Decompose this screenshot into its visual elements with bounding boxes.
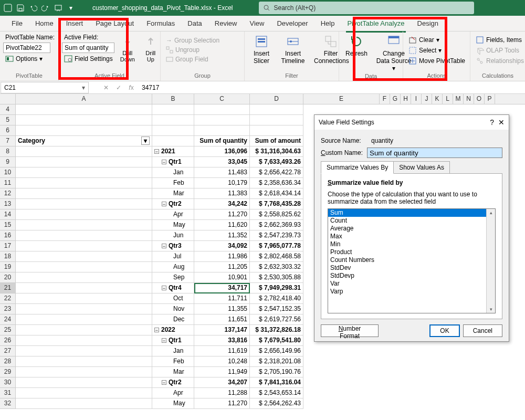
pivot-row-label[interactable]: Mar bbox=[152, 367, 194, 377]
row-header[interactable]: 28 bbox=[0, 356, 16, 367]
cell[interactable] bbox=[16, 157, 152, 167]
pivot-row-label[interactable]: Mar bbox=[152, 188, 194, 199]
pivot-value-qty[interactable]: 11,383 bbox=[194, 188, 250, 199]
select-button[interactable]: Select ▾ bbox=[406, 46, 467, 55]
pivot-row-label[interactable]: May bbox=[152, 398, 194, 409]
pivot-row-label[interactable]: −Qtr4 bbox=[152, 283, 194, 293]
pivot-row-label[interactable]: Jul bbox=[152, 251, 194, 262]
fields-items-button[interactable]: Fields, Items bbox=[474, 35, 525, 45]
pivot-value-amt[interactable]: $ 31,316,304.63 bbox=[250, 146, 303, 157]
filter-dropdown-icon[interactable]: ▾ bbox=[141, 136, 150, 145]
pivot-value-qty[interactable]: 11,619 bbox=[194, 346, 250, 356]
cell[interactable] bbox=[16, 146, 152, 157]
qat-more-icon[interactable] bbox=[52, 2, 64, 14]
cell[interactable] bbox=[250, 115, 303, 125]
save-icon[interactable] bbox=[15, 2, 26, 14]
pivot-row-label[interactable]: −2021 bbox=[152, 146, 194, 157]
tab-view[interactable]: View bbox=[243, 16, 270, 32]
calculation-listbox[interactable]: SumCountAverageMaxMinProductCount Number… bbox=[328, 208, 496, 313]
row-header[interactable]: 27 bbox=[0, 346, 16, 356]
pivot-row-label[interactable]: Oct bbox=[152, 293, 194, 304]
custom-name-input[interactable] bbox=[367, 148, 502, 158]
pivot-value-qty[interactable]: 11,288 bbox=[194, 388, 250, 398]
list-item[interactable]: Product bbox=[328, 248, 486, 256]
row-header[interactable]: 4 bbox=[0, 104, 16, 115]
col-header[interactable]: B bbox=[152, 94, 194, 104]
cell[interactable] bbox=[16, 104, 152, 115]
tab-design[interactable]: Design bbox=[411, 16, 445, 32]
pivot-value-amt[interactable]: $ 2,618,434.14 bbox=[250, 188, 303, 199]
cell[interactable] bbox=[16, 356, 152, 367]
pivot-value-amt[interactable]: $ 7,633,493.26 bbox=[250, 157, 303, 167]
row-header[interactable]: 16 bbox=[0, 230, 16, 241]
cell[interactable] bbox=[16, 178, 152, 188]
clear-button[interactable]: Clear ▾ bbox=[406, 35, 467, 45]
pivot-value-amt[interactable]: $ 2,619,727.56 bbox=[250, 314, 303, 325]
cell[interactable] bbox=[152, 125, 194, 136]
col-header[interactable]: K bbox=[432, 94, 443, 104]
row-header[interactable]: 12 bbox=[0, 188, 16, 199]
tab-home[interactable]: Home bbox=[29, 16, 60, 32]
pivot-value-amt[interactable]: $ 2,656,149.96 bbox=[250, 346, 303, 356]
collapse-icon[interactable]: − bbox=[162, 380, 166, 385]
ok-button[interactable]: OK bbox=[429, 324, 459, 337]
tab-page-layout[interactable]: Page Layout bbox=[89, 16, 140, 32]
pivot-value-amt[interactable]: $ 7,965,077.78 bbox=[250, 241, 303, 251]
row-header[interactable]: 6 bbox=[0, 125, 16, 136]
tab-summarize[interactable]: Summarize Values By bbox=[321, 161, 394, 174]
cell[interactable] bbox=[16, 283, 152, 293]
row-header[interactable]: 5 bbox=[0, 115, 16, 125]
collapse-icon[interactable]: − bbox=[162, 160, 166, 164]
pivot-value-qty[interactable]: 11,355 bbox=[194, 304, 250, 314]
list-item[interactable]: StdDevp bbox=[328, 272, 486, 280]
cell[interactable] bbox=[16, 367, 152, 377]
row-header[interactable]: 20 bbox=[0, 272, 16, 283]
pivot-value-amt[interactable]: $ 7,949,298.31 bbox=[250, 283, 303, 293]
tab-file[interactable]: File bbox=[5, 16, 29, 32]
pivot-value-qty[interactable]: 136,096 bbox=[194, 146, 250, 157]
row-header[interactable]: 24 bbox=[0, 314, 16, 325]
pivot-value-amt[interactable]: $ 7,679,541.80 bbox=[250, 335, 303, 346]
name-box[interactable]: C21▾ bbox=[1, 82, 89, 93]
pivot-value-amt[interactable]: $ 2,705,190.76 bbox=[250, 367, 303, 377]
select-all-triangle[interactable] bbox=[0, 94, 16, 104]
pivot-value-amt[interactable]: $ 2,564,262.43 bbox=[250, 398, 303, 409]
pivot-value-qty[interactable]: 34,717 bbox=[194, 283, 250, 293]
scrollbar[interactable]: ▴▾ bbox=[486, 209, 495, 313]
tab-help[interactable]: Help bbox=[314, 16, 341, 32]
pivot-value-qty[interactable]: 33,816 bbox=[194, 335, 250, 346]
pivot-value-qty[interactable]: 11,711 bbox=[194, 293, 250, 304]
options-button[interactable]: Options ▾ bbox=[3, 54, 57, 64]
pivot-header-category[interactable]: Category ▾ bbox=[16, 136, 152, 146]
row-header[interactable]: 15 bbox=[0, 220, 16, 230]
collapse-icon[interactable]: − bbox=[162, 286, 166, 290]
list-item[interactable]: Count bbox=[328, 217, 486, 225]
cell[interactable] bbox=[16, 335, 152, 346]
insert-slicer-button[interactable]: Insert Slicer bbox=[248, 33, 275, 72]
cell[interactable] bbox=[16, 388, 152, 398]
help-icon[interactable]: ? bbox=[490, 118, 494, 127]
pivot-value-amt[interactable]: $ 2,558,825.62 bbox=[250, 209, 303, 220]
pivot-row-label[interactable]: −Qtr3 bbox=[152, 241, 194, 251]
pivot-row-label[interactable]: Nov bbox=[152, 304, 194, 314]
enter-formula-icon[interactable]: ✓ bbox=[112, 84, 125, 91]
pivot-value-qty[interactable]: 10,179 bbox=[194, 178, 250, 188]
col-header[interactable]: F bbox=[380, 94, 390, 104]
pivot-value-amt[interactable]: $ 2,802,468.58 bbox=[250, 251, 303, 262]
row-header[interactable]: 19 bbox=[0, 262, 16, 272]
undo-icon[interactable] bbox=[27, 2, 39, 14]
pivot-value-amt[interactable]: $ 2,530,305.88 bbox=[250, 272, 303, 283]
list-item[interactable]: Average bbox=[328, 225, 486, 233]
tab-pivottable-analyze[interactable]: PivotTable Analyze bbox=[341, 16, 411, 32]
tab-data[interactable]: Data bbox=[181, 16, 208, 32]
cell[interactable] bbox=[16, 188, 152, 199]
pivot-value-amt[interactable]: $ 2,547,239.73 bbox=[250, 230, 303, 241]
pivot-value-qty[interactable]: 11,352 bbox=[194, 230, 250, 241]
pivot-value-qty[interactable]: 10,248 bbox=[194, 356, 250, 367]
row-header[interactable]: 14 bbox=[0, 209, 16, 220]
collapse-icon[interactable]: − bbox=[154, 328, 159, 332]
cell[interactable] bbox=[16, 241, 152, 251]
pivot-row-label[interactable]: −Qtr2 bbox=[152, 377, 194, 388]
pivot-value-amt[interactable]: $ 2,543,653.14 bbox=[250, 388, 303, 398]
pivot-value-amt[interactable]: $ 7,768,435.28 bbox=[250, 199, 303, 209]
